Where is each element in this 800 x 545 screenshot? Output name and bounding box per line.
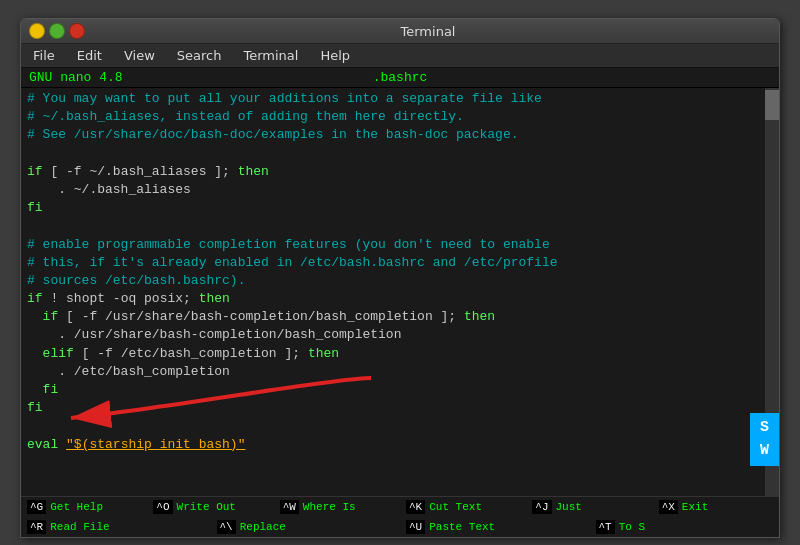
footer-key-replace: ^\ bbox=[217, 520, 236, 534]
footer-label-whereis: Where Is bbox=[303, 501, 356, 513]
window-controls[interactable] bbox=[29, 23, 85, 39]
footer-label-replace: Replace bbox=[240, 521, 286, 533]
footer-item-tos: ^T To S bbox=[590, 517, 780, 537]
menu-file[interactable]: File bbox=[27, 46, 61, 65]
menu-terminal[interactable]: Terminal bbox=[237, 46, 304, 65]
menu-help[interactable]: Help bbox=[314, 46, 356, 65]
footer-item-exit: ^X Exit bbox=[653, 497, 779, 517]
footer-key-exit: ^X bbox=[659, 500, 678, 514]
footer-key-whereis: ^W bbox=[280, 500, 299, 514]
highlight-box: SW bbox=[750, 413, 779, 466]
scrollbar-thumb[interactable] bbox=[765, 90, 779, 120]
menu-edit[interactable]: Edit bbox=[71, 46, 108, 65]
footer-item-whereis: ^W Where Is bbox=[274, 497, 400, 517]
footer-item-just: ^J Just bbox=[526, 497, 652, 517]
footer-label-tos: To S bbox=[619, 521, 645, 533]
footer-label-gethelp: Get Help bbox=[50, 501, 103, 513]
minimize-button[interactable] bbox=[29, 23, 45, 39]
terminal-body[interactable]: # You may want to put all your additions… bbox=[21, 88, 779, 496]
maximize-button[interactable] bbox=[49, 23, 65, 39]
nano-filename: .bashrc bbox=[276, 70, 523, 85]
nano-header: GNU nano 4.8 .bashrc bbox=[21, 68, 779, 88]
menu-bar: File Edit View Search Terminal Help bbox=[21, 44, 779, 68]
footer-item-pastetext: ^U Paste Text bbox=[400, 517, 590, 537]
close-button[interactable] bbox=[69, 23, 85, 39]
title-bar: Terminal bbox=[21, 19, 779, 44]
window-title: Terminal bbox=[85, 24, 771, 39]
footer-item-cuttext: ^K Cut Text bbox=[400, 497, 526, 517]
footer-key-pastetext: ^U bbox=[406, 520, 425, 534]
footer-key-cuttext: ^K bbox=[406, 500, 425, 514]
nano-version: GNU nano 4.8 bbox=[29, 70, 276, 85]
nano-footer: ^G Get Help ^O Write Out ^W Where Is ^K … bbox=[21, 496, 779, 537]
footer-item-readfile: ^R Read File bbox=[21, 517, 211, 537]
footer-label-readfile: Read File bbox=[50, 521, 109, 533]
footer-key-readfile: ^R bbox=[27, 520, 46, 534]
menu-view[interactable]: View bbox=[118, 46, 161, 65]
footer-label-just: Just bbox=[556, 501, 582, 513]
footer-label-pastetext: Paste Text bbox=[429, 521, 495, 533]
footer-item-writeout: ^O Write Out bbox=[147, 497, 273, 517]
footer-key-tos: ^T bbox=[596, 520, 615, 534]
terminal-window: Terminal File Edit View Search Terminal … bbox=[20, 18, 780, 538]
footer-key-just: ^J bbox=[532, 500, 551, 514]
footer-item-gethelp: ^G Get Help bbox=[21, 497, 147, 517]
footer-key-writeout: ^O bbox=[153, 500, 172, 514]
terminal-content: # You may want to put all your additions… bbox=[21, 88, 765, 496]
footer-label-writeout: Write Out bbox=[177, 501, 236, 513]
footer-label-exit: Exit bbox=[682, 501, 708, 513]
footer-item-replace: ^\ Replace bbox=[211, 517, 401, 537]
footer-label-cuttext: Cut Text bbox=[429, 501, 482, 513]
menu-search[interactable]: Search bbox=[171, 46, 228, 65]
footer-key-gethelp: ^G bbox=[27, 500, 46, 514]
